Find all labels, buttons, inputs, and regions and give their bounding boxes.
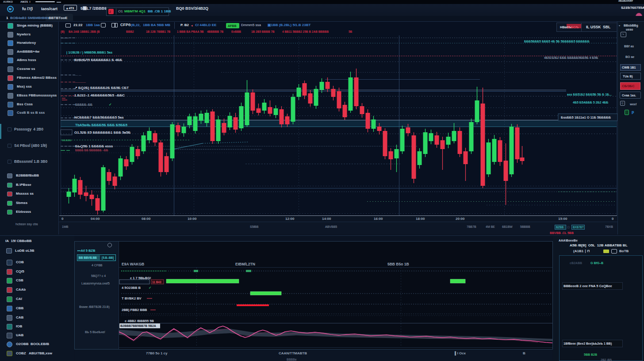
svg-text:| 1/2Β2Β / ) MΒΒ5Β.ΒΒΒ1 5as: | 1/2Β2Β / ) MΒΒ5Β.ΒΒΒ1 5as (66, 50, 112, 54)
svg-text:E9A WAKGΒ: E9A WAKGΒ (122, 262, 144, 266)
svg-text:16:00: 16:00 (374, 217, 383, 221)
svg-text:4Б5232Б2 БББ БББББ5ББ5Б 4 Б5Б: 4Б5232Б2 БББ БББББ5ББ5Б 4 Б5Б (544, 56, 598, 59)
svg-text:12:00: 12:00 (285, 217, 295, 221)
svg-text:— —: — — (75, 74, 81, 77)
svg-text:БББ5БББ5 БББ5 4Б 5Б 5БББББ5 ББ: БББ5БББ5 БББ5 4Б 5Б 5БББББ5 ББББББ (524, 40, 590, 43)
svg-text:ББББ ББ ББББББ –ББ: ББББ ББ ББББББ –ББ (75, 149, 108, 152)
svg-text:ass ББ51Б2 БББ5Б 5Б Б 1Б...: ass ББ51Б2 БББ5Б 5Б Б 1Б... (567, 93, 612, 96)
svg-text:Т ΒVΒK2 ΒV: Т ΒVΒK2 ΒV (122, 296, 142, 300)
svg-text:✓: ✓ (149, 286, 151, 290)
svg-text:18:00: 18:00 (416, 217, 425, 221)
svg-text:1.Б2ž2–1 4ББББББ5Б5 –ББС: 1.Б2ž2–1 4ББББББ5Б5 –ББС (74, 93, 125, 97)
svg-text:NCББББ7 БББ5БББББ5 5as: NCББББ7 БББ5БББББ5 5as (74, 115, 124, 119)
svg-text:EIΒM/L2ТN: EIΒM/L2ТN (235, 262, 255, 266)
svg-text:↗ БQ2Б) ББББББ2Б ББ5Б CБT: ↗ БQ2Б) ББББББ2Б ББ5Б CБT (74, 86, 129, 90)
svg-text:0: 0 (612, 217, 614, 221)
svg-text:15:00: 15:00 (558, 217, 567, 221)
svg-text:O1.52Б E5 БББББББ1 БББ 5a5Б: O1.52Б E5 БББББББ1 БББ 5a5Б (74, 131, 131, 134)
svg-text:4Б5 Б5АБББ 5 2Б2 4ББ: 4Б5 Б5АБББ 5 2Б2 4ББ (573, 101, 608, 104)
svg-text:11 Β43: 11 Β43 (152, 280, 161, 284)
svg-text:14:00: 14:00 (322, 217, 331, 221)
svg-text:Β2ΒΒΒ7ΒΒ5ΒΒ7Β 5Β2A: Β2ΒΒΒ7ΒΒ5ΒΒ7Β 5Β2A (120, 324, 156, 327)
svg-text:БББББ–ББ: БББББ–ББ (75, 103, 92, 106)
svg-text:4 5O23ΒΒ Β: 4 5O23ΒΒ Β (122, 286, 141, 290)
svg-text:———: ——— (61, 37, 69, 39)
svg-text:БББББ: БББББ (62, 139, 72, 142)
svg-text:5ΒΒ Β5о 1Β: 5ΒΒ Β5о 1Β (387, 262, 409, 266)
svg-text:08:00: 08:00 (142, 217, 151, 221)
svg-text:БЬQ5Б 1 БББББ кѕss: БЬQ5Б 1 БББББ кѕss (75, 144, 113, 148)
svg-text:✓: ✓ (109, 103, 112, 107)
svg-text:————: ———— (75, 81, 86, 84)
svg-text:20:00: 20:00 (456, 217, 465, 221)
svg-text:04:00: 04:00 (91, 217, 100, 221)
svg-text:ΒžΒžБЛ5 БББББББ1 Б 4ББ: ΒžΒžБЛ5 БББББББ1 Б 4ББ (74, 58, 122, 62)
svg-text:0: 0 (61, 217, 64, 221)
svg-text:с 4ΒΒ2 /ΒΒΒ55 5Β: с 4ΒΒ2 /ΒΒΒ55 5Β (125, 319, 154, 323)
svg-text:10:00: 10:00 (188, 217, 197, 221)
svg-text:2ΒΒ) FΒΒ2 ΒΒΒ: 2ΒΒ) FΒΒ2 ΒΒΒ (122, 308, 147, 312)
svg-text:ТbА5а4Ь ББББ5Б БББ Б5ББ5: ТbА5а4Ь ББББ5Б БББ Б5ББ5 (75, 123, 127, 127)
svg-text:БssББ5 1Б11а1 O 11Б 5БББББ: БssББ5 1Б11а1 O 11Б 5БББББ (561, 115, 611, 119)
